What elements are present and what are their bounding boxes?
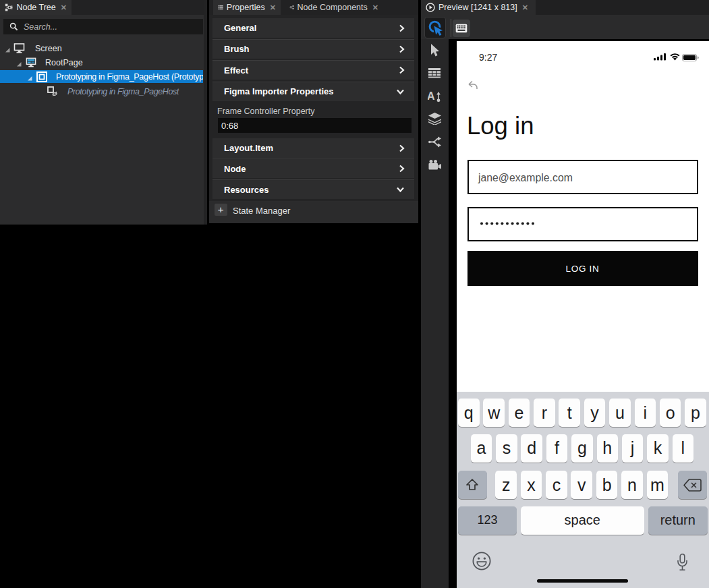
svg-text:A: A	[428, 90, 435, 102]
